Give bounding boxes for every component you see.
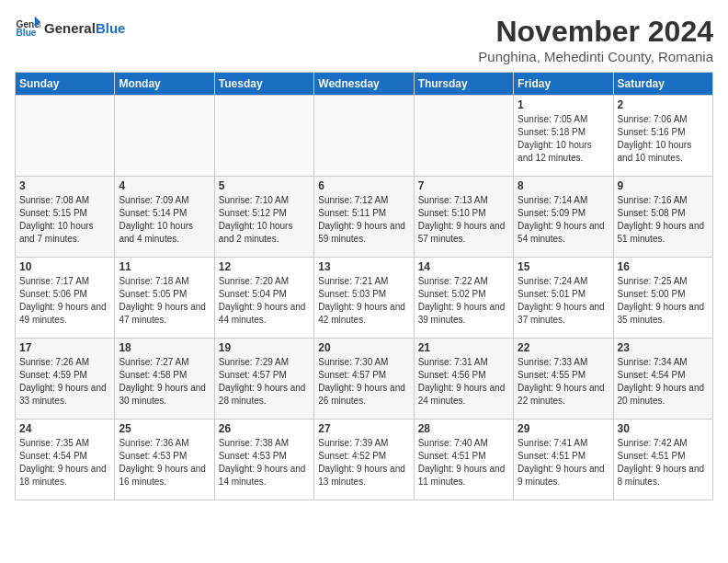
weekday-thursday: Thursday	[414, 73, 513, 96]
day-cell: 20Sunrise: 7:30 AMSunset: 4:57 PMDayligh…	[314, 339, 414, 419]
day-cell: 29Sunrise: 7:41 AMSunset: 4:51 PMDayligh…	[514, 419, 613, 500]
day-cell: 9Sunrise: 7:16 AMSunset: 5:08 PMDaylight…	[613, 177, 712, 258]
day-info: Sunrise: 7:31 AMSunset: 4:56 PMDaylight:…	[418, 356, 509, 408]
location-title: Punghina, Mehedinti County, Romania	[478, 49, 713, 64]
day-cell: 6Sunrise: 7:12 AMSunset: 5:11 PMDaylight…	[314, 177, 414, 258]
day-cell	[314, 96, 414, 177]
week-row-5: 24Sunrise: 7:35 AMSunset: 4:54 PMDayligh…	[16, 419, 713, 500]
day-info: Sunrise: 7:24 AMSunset: 5:01 PMDaylight:…	[518, 275, 609, 327]
day-number: 17	[19, 341, 110, 354]
day-cell: 30Sunrise: 7:42 AMSunset: 4:51 PMDayligh…	[613, 419, 712, 500]
day-info: Sunrise: 7:06 AMSunset: 5:16 PMDaylight:…	[618, 113, 709, 165]
day-number: 24	[19, 422, 110, 435]
weekday-monday: Monday	[115, 73, 214, 96]
day-cell: 26Sunrise: 7:38 AMSunset: 4:53 PMDayligh…	[214, 419, 313, 500]
day-info: Sunrise: 7:20 AMSunset: 5:04 PMDaylight:…	[219, 275, 310, 327]
day-info: Sunrise: 7:14 AMSunset: 5:09 PMDaylight:…	[518, 194, 609, 246]
day-number: 20	[318, 341, 409, 354]
day-number: 13	[318, 260, 409, 273]
day-cell: 13Sunrise: 7:21 AMSunset: 5:03 PMDayligh…	[314, 258, 414, 339]
day-info: Sunrise: 7:36 AMSunset: 4:53 PMDaylight:…	[119, 437, 210, 488]
day-number: 18	[119, 341, 210, 354]
day-cell: 16Sunrise: 7:25 AMSunset: 5:00 PMDayligh…	[613, 258, 712, 339]
day-number: 19	[219, 341, 310, 354]
day-number: 15	[518, 260, 609, 273]
day-number: 23	[618, 341, 709, 354]
day-number: 10	[19, 260, 110, 273]
day-cell	[214, 96, 313, 177]
day-cell: 14Sunrise: 7:22 AMSunset: 5:02 PMDayligh…	[414, 258, 513, 339]
day-cell: 11Sunrise: 7:18 AMSunset: 5:05 PMDayligh…	[115, 258, 214, 339]
weekday-saturday: Saturday	[613, 73, 712, 96]
day-info: Sunrise: 7:10 AMSunset: 5:12 PMDaylight:…	[219, 194, 310, 246]
day-cell: 15Sunrise: 7:24 AMSunset: 5:01 PMDayligh…	[514, 258, 613, 339]
day-info: Sunrise: 7:27 AMSunset: 4:58 PMDaylight:…	[119, 356, 210, 408]
day-info: Sunrise: 7:33 AMSunset: 4:55 PMDaylight:…	[518, 356, 609, 408]
day-cell: 4Sunrise: 7:09 AMSunset: 5:14 PMDaylight…	[115, 177, 214, 258]
day-cell: 21Sunrise: 7:31 AMSunset: 4:56 PMDayligh…	[414, 339, 513, 419]
day-info: Sunrise: 7:17 AMSunset: 5:06 PMDaylight:…	[19, 275, 110, 327]
day-info: Sunrise: 7:12 AMSunset: 5:11 PMDaylight:…	[318, 194, 409, 246]
svg-text:Blue: Blue	[17, 28, 37, 38]
day-cell: 19Sunrise: 7:29 AMSunset: 4:57 PMDayligh…	[214, 339, 313, 419]
day-info: Sunrise: 7:30 AMSunset: 4:57 PMDaylight:…	[318, 356, 409, 408]
day-cell: 22Sunrise: 7:33 AMSunset: 4:55 PMDayligh…	[514, 339, 613, 419]
day-cell: 23Sunrise: 7:34 AMSunset: 4:54 PMDayligh…	[613, 339, 712, 419]
weekday-sunday: Sunday	[16, 73, 115, 96]
day-cell: 1Sunrise: 7:05 AMSunset: 5:18 PMDaylight…	[514, 96, 613, 177]
day-number: 28	[418, 422, 509, 435]
weekday-friday: Friday	[514, 73, 613, 96]
day-info: Sunrise: 7:16 AMSunset: 5:08 PMDaylight:…	[618, 194, 709, 246]
day-cell	[115, 96, 214, 177]
day-info: Sunrise: 7:13 AMSunset: 5:10 PMDaylight:…	[418, 194, 509, 246]
day-number: 7	[418, 179, 509, 192]
day-info: Sunrise: 7:18 AMSunset: 5:05 PMDaylight:…	[119, 275, 210, 327]
day-info: Sunrise: 7:29 AMSunset: 4:57 PMDaylight:…	[219, 356, 310, 408]
day-info: Sunrise: 7:38 AMSunset: 4:53 PMDaylight:…	[219, 437, 310, 488]
logo-icon: General Blue	[15, 15, 40, 40]
day-number: 1	[518, 98, 609, 111]
day-info: Sunrise: 7:34 AMSunset: 4:54 PMDaylight:…	[618, 356, 709, 408]
day-number: 5	[219, 179, 310, 192]
day-number: 29	[518, 422, 609, 435]
day-number: 12	[219, 260, 310, 273]
weekday-header-row: SundayMondayTuesdayWednesdayThursdayFrid…	[16, 73, 713, 96]
day-number: 22	[518, 341, 609, 354]
day-info: Sunrise: 7:05 AMSunset: 5:18 PMDaylight:…	[518, 113, 609, 165]
logo-blue: Blue	[96, 20, 126, 36]
day-number: 26	[219, 422, 310, 435]
day-number: 11	[119, 260, 210, 273]
title-area: November 2024 Punghina, Mehedinti County…	[478, 15, 713, 64]
day-number: 27	[318, 422, 409, 435]
day-number: 30	[618, 422, 709, 435]
day-cell: 3Sunrise: 7:08 AMSunset: 5:15 PMDaylight…	[16, 177, 115, 258]
weekday-tuesday: Tuesday	[214, 73, 313, 96]
day-info: Sunrise: 7:40 AMSunset: 4:51 PMDaylight:…	[418, 437, 509, 488]
day-number: 9	[618, 179, 709, 192]
day-number: 4	[119, 179, 210, 192]
day-cell: 24Sunrise: 7:35 AMSunset: 4:54 PMDayligh…	[16, 419, 115, 500]
day-cell	[16, 96, 115, 177]
day-cell: 28Sunrise: 7:40 AMSunset: 4:51 PMDayligh…	[414, 419, 513, 500]
logo: General Blue GeneralBlue	[15, 15, 125, 40]
day-cell: 18Sunrise: 7:27 AMSunset: 4:58 PMDayligh…	[115, 339, 214, 419]
day-cell: 5Sunrise: 7:10 AMSunset: 5:12 PMDaylight…	[214, 177, 313, 258]
header: General Blue GeneralBlue November 2024 P…	[15, 15, 713, 64]
day-cell: 17Sunrise: 7:26 AMSunset: 4:59 PMDayligh…	[16, 339, 115, 419]
week-row-4: 17Sunrise: 7:26 AMSunset: 4:59 PMDayligh…	[16, 339, 713, 419]
day-info: Sunrise: 7:25 AMSunset: 5:00 PMDaylight:…	[618, 275, 709, 327]
month-title: November 2024	[478, 15, 713, 49]
calendar: SundayMondayTuesdayWednesdayThursdayFrid…	[15, 72, 713, 500]
day-cell	[414, 96, 513, 177]
day-cell: 2Sunrise: 7:06 AMSunset: 5:16 PMDaylight…	[613, 96, 712, 177]
day-cell: 12Sunrise: 7:20 AMSunset: 5:04 PMDayligh…	[214, 258, 313, 339]
day-info: Sunrise: 7:41 AMSunset: 4:51 PMDaylight:…	[518, 437, 609, 488]
day-cell: 27Sunrise: 7:39 AMSunset: 4:52 PMDayligh…	[314, 419, 414, 500]
week-row-2: 3Sunrise: 7:08 AMSunset: 5:15 PMDaylight…	[16, 177, 713, 258]
day-number: 16	[618, 260, 709, 273]
day-info: Sunrise: 7:09 AMSunset: 5:14 PMDaylight:…	[119, 194, 210, 246]
day-info: Sunrise: 7:08 AMSunset: 5:15 PMDaylight:…	[19, 194, 110, 246]
day-number: 8	[518, 179, 609, 192]
day-number: 6	[318, 179, 409, 192]
day-number: 2	[618, 98, 709, 111]
